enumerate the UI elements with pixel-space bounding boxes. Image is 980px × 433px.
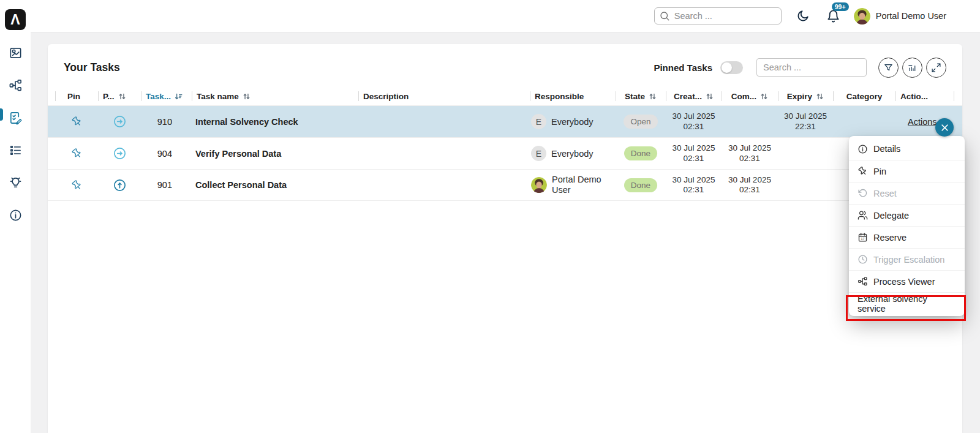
pin-icon[interactable] [71, 148, 83, 159]
column-header-state[interactable]: State [616, 87, 666, 105]
state-badge: Done [624, 178, 657, 192]
table-header: Pin P... Task... Task name Description R… [48, 87, 962, 105]
column-header-description: Description [358, 87, 530, 105]
responsible-name: Everybody [551, 117, 594, 127]
cases-list-icon [9, 143, 23, 157]
responsible-cell: Portal Demo User [530, 175, 616, 195]
pinned-tasks-label: Pinned Tasks [654, 62, 712, 73]
column-header-responsible: Responsible [530, 87, 616, 105]
sort-icon [118, 92, 126, 100]
responsible-name: Everybody [551, 149, 594, 159]
notification-count-badge: 99+ [832, 2, 849, 12]
sidebar-item-announcements[interactable] [8, 175, 23, 190]
column-header-actions: Actio... [895, 87, 954, 105]
tasks-search-input[interactable] [756, 58, 867, 77]
sidebar-item-info[interactable] [8, 208, 23, 222]
sidebar-item-cases[interactable] [8, 143, 23, 157]
app-logo[interactable]: Λ [5, 9, 26, 30]
user-name: Portal Demo User [876, 11, 946, 21]
logo-letter: Λ [10, 12, 20, 28]
search-icon [659, 10, 670, 21]
avatar-photo [531, 177, 547, 193]
task-actions-menu: Details Pin Reset Delegate 17 Reserve Tr… [849, 136, 965, 316]
priority-normal-icon [113, 146, 127, 160]
sort-icon [706, 92, 714, 100]
menu-item-process-viewer[interactable]: Process Viewer [849, 270, 965, 292]
created-date: 30 Jul 202502:31 [666, 111, 722, 131]
details-info-icon [858, 144, 868, 154]
column-header-expiry[interactable]: Expiry [778, 87, 833, 105]
task-number: 910 [141, 117, 192, 127]
task-row[interactable]: 901 Collect Personal Data Portal Demo Us… [48, 169, 962, 201]
global-search-input[interactable] [654, 7, 782, 24]
column-header-task-number[interactable]: Task... [141, 87, 192, 105]
menu-item-details[interactable]: Details [849, 138, 965, 160]
completed-date: 30 Jul 202502:31 [722, 143, 778, 163]
responsible-initial-avatar: E [531, 114, 546, 129]
column-header-priority[interactable]: P... [98, 87, 141, 105]
menu-item-trigger-escalation: Trigger Escalation [849, 248, 965, 270]
pin-icon[interactable] [71, 116, 83, 127]
task-name: Internal Solvency Check [192, 117, 358, 127]
tasks-icon [9, 111, 23, 125]
info-icon [9, 208, 23, 222]
filter-button[interactable] [878, 58, 899, 78]
delegate-users-icon [858, 210, 868, 220]
created-date: 30 Jul 202502:31 [666, 143, 722, 163]
sidebar-item-processes[interactable] [8, 78, 23, 92]
avatar-photo [854, 8, 870, 24]
sidebar-item-dashboard[interactable] [8, 45, 23, 60]
panel-header: Your Tasks Pinned Tasks [48, 44, 962, 86]
column-header-created[interactable]: Creat... [666, 87, 722, 105]
user-avatar[interactable] [854, 8, 870, 24]
close-menu-button[interactable] [935, 118, 954, 137]
moon-icon [796, 9, 810, 23]
state-badge: Done [624, 146, 657, 160]
expand-button[interactable] [926, 58, 946, 78]
priority-high-icon [113, 178, 127, 192]
sort-descending-icon [175, 92, 183, 100]
statistics-button[interactable] [902, 58, 922, 78]
task-name: Collect Personal Data [192, 180, 358, 190]
task-number: 901 [141, 180, 192, 190]
created-date: 30 Jul 202502:31 [666, 175, 722, 195]
task-number: 904 [141, 149, 192, 159]
notifications-button[interactable]: 99+ [826, 9, 840, 23]
column-header-task-name[interactable]: Task name [192, 87, 358, 105]
menu-item-delegate[interactable]: Delegate [849, 204, 965, 226]
tasks-search [756, 58, 867, 77]
column-header-completed[interactable]: Com... [722, 87, 778, 105]
bar-chart-icon [907, 62, 918, 73]
reserve-calendar-icon: 17 [858, 232, 868, 243]
state-badge: Open [624, 115, 657, 129]
menu-item-reset: Reset [849, 182, 965, 204]
menu-item-reserve[interactable]: 17 Reserve [849, 226, 965, 248]
pin-icon[interactable] [71, 179, 83, 191]
menu-item-pin[interactable]: Pin [849, 160, 965, 182]
sidebar-item-tasks[interactable] [8, 110, 23, 125]
sort-icon [760, 92, 768, 100]
process-icon [9, 78, 23, 92]
toggle-knob [722, 62, 732, 73]
menu-item-external-solvency-service[interactable]: External solvency service [849, 292, 965, 314]
svg-text:17: 17 [861, 237, 865, 241]
sort-icon [649, 92, 657, 100]
pin-icon [858, 166, 868, 176]
task-row[interactable]: 910 Internal Solvency Check E Everybody … [48, 105, 962, 137]
active-item-indicator [0, 108, 3, 121]
pinned-tasks-toggle[interactable] [720, 61, 743, 74]
column-header-pin: Pin [55, 87, 98, 105]
reset-icon [858, 188, 868, 198]
sort-icon [816, 92, 824, 100]
responsible-initial-avatar: E [531, 146, 546, 161]
escalation-clock-icon [858, 254, 868, 265]
sort-icon [243, 92, 251, 100]
dark-mode-toggle[interactable] [796, 9, 810, 23]
actions-link[interactable]: Actions [908, 117, 937, 127]
task-row[interactable]: 904 Verify Personal Data E Everybody Don… [48, 137, 962, 169]
global-search [654, 7, 782, 24]
priority-normal-icon [113, 115, 127, 129]
main-content: Your Tasks Pinned Tasks Pin P... Task... [31, 32, 980, 433]
page-title: Your Tasks [64, 61, 120, 74]
process-viewer-icon [858, 276, 868, 287]
